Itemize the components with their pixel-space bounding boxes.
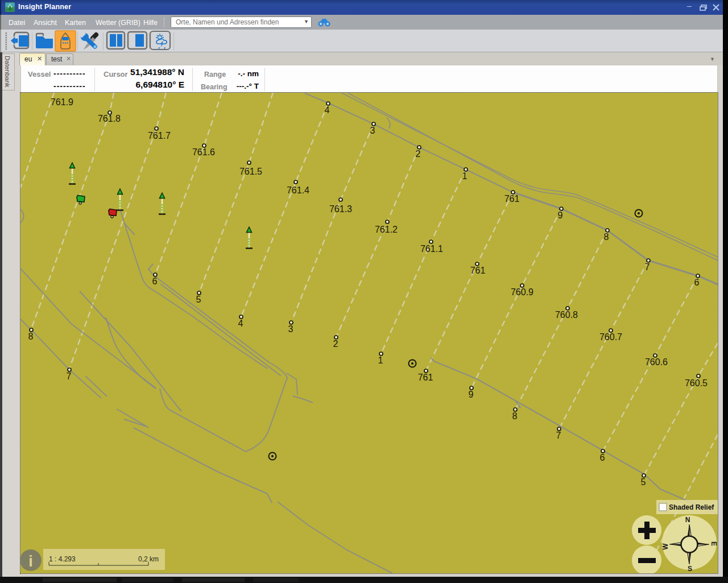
svg-text:761: 761 [470,266,486,275]
svg-text:W: W [661,543,669,550]
svg-text:5: 5 [196,295,201,304]
svg-text:E: E [710,541,718,546]
svg-text:7: 7 [556,431,561,440]
svg-text:761.5: 761.5 [239,167,262,176]
svg-text:2: 2 [333,339,338,349]
svg-text:9: 9 [469,390,474,399]
svg-text:760.9: 760.9 [511,287,533,297]
svg-text:760.6: 760.6 [645,357,668,367]
svg-text:i: i [28,553,33,570]
svg-text:8: 8 [28,332,34,341]
svg-text:0,2 km: 0,2 km [138,555,159,563]
svg-text:6: 6 [152,276,158,286]
svg-text:760.7: 760.7 [599,332,622,342]
svg-text:Shaded Relief: Shaded Relief [669,503,714,511]
svg-text:2: 2 [416,149,421,159]
svg-text:5: 5 [641,477,646,487]
svg-text:3: 3 [370,126,375,135]
svg-text:7: 7 [645,262,650,272]
svg-text:9: 9 [558,210,563,220]
svg-text:4: 4 [325,105,330,115]
svg-text:7: 7 [67,371,72,381]
svg-text:8: 8 [604,232,609,242]
svg-text:1: 1 [462,171,468,181]
svg-text:760.5: 760.5 [685,378,708,388]
svg-text:761.3: 761.3 [329,204,352,214]
svg-text:8: 8 [512,411,518,421]
svg-text:4: 4 [238,319,243,328]
svg-text:1 : 4.293: 1 : 4.293 [49,555,76,563]
svg-text:761: 761 [418,373,433,382]
svg-text:761.6: 761.6 [192,147,215,157]
svg-text:N: N [685,516,690,524]
svg-text:761.8: 761.8 [98,114,121,123]
svg-text:761.9: 761.9 [51,97,73,107]
svg-text:761: 761 [504,194,520,204]
svg-text:761.1: 761.1 [420,244,443,254]
svg-text:761.2: 761.2 [375,225,398,234]
svg-text:760.8: 760.8 [555,310,578,320]
svg-text:6: 6 [600,453,605,462]
svg-text:S: S [688,565,692,573]
svg-text:6: 6 [694,278,700,287]
svg-text:761.4: 761.4 [287,185,309,195]
svg-text:3: 3 [288,324,293,334]
svg-text:1: 1 [378,355,383,365]
svg-text:761.7: 761.7 [148,131,171,140]
